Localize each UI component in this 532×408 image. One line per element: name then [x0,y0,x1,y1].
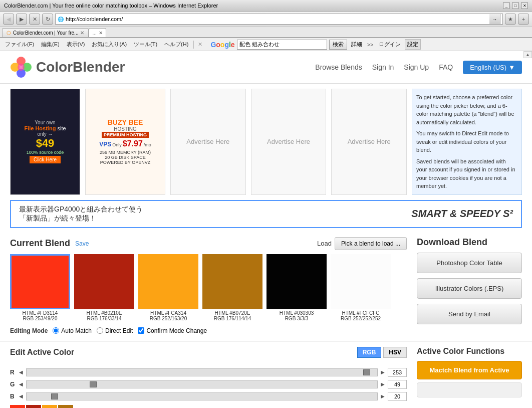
tab-2[interactable]: ... ✕ [89,28,106,37]
tab-icon: ⬡ [7,30,11,36]
slider-b-thumb[interactable] [51,393,58,399]
slider-b-track[interactable] [26,392,378,400]
google-login-link[interactable]: ログイン [377,41,403,48]
lang-chevron-icon: ▼ [508,64,515,71]
slider-b-right[interactable]: ▶ [381,393,385,399]
slider-g-value[interactable]: 49 [388,380,407,389]
bee-name: BUZY BEE [108,118,143,126]
color-swatch-3[interactable] [202,254,262,309]
slider-r-track[interactable] [26,368,378,376]
window-controls[interactable]: _ □ ✕ [503,2,528,9]
color-swatch-5[interactable] [331,254,391,309]
minimize-button[interactable]: _ [503,2,510,9]
color-swatch-4[interactable] [267,254,327,309]
fh-line2: File Hosting site [24,125,66,131]
slider-r-left[interactable]: ◀ [19,369,23,375]
hsv-tab[interactable]: HSV [383,347,407,358]
tab-2-label: ... [92,30,96,36]
language-button[interactable]: English (US) ▼ [463,61,522,74]
google-search-button[interactable]: 検索 [329,40,347,50]
nav-browse[interactable]: Browse Blends [315,63,362,71]
back-button[interactable]: ◀ [3,14,14,25]
nav-signup[interactable]: Sign Up [404,63,429,71]
google-settings-button[interactable]: 設定 [405,39,421,50]
auto-match-radio-input[interactable] [53,327,59,334]
more-fn-placeholder [417,382,522,397]
address-bar[interactable]: 🌐 → [55,14,503,25]
mini-swatch-2[interactable] [42,405,57,409]
direct-edit-radio-input[interactable] [97,327,103,334]
slider-g-right[interactable]: ▶ [381,381,385,387]
menu-tools[interactable]: ツール(T) [131,40,160,49]
slider-r-value[interactable]: 253 [388,368,407,377]
add-tab-button[interactable]: + [518,14,529,25]
ad-placeholder-2[interactable]: Advertise Here [251,89,327,195]
nav-faq[interactable]: FAQ [439,63,453,71]
active-fn-title: Active Color Functions [417,347,522,356]
editing-mode: Editing Mode Auto Match Direct Edit Conf… [10,324,407,337]
confirm-mode-checkbox[interactable]: Confirm Mode Change [138,327,207,334]
logo-area: ColorBlender [10,56,125,78]
ad-placeholder-1[interactable]: Advertise Here [170,89,246,195]
mini-swatch-1[interactable] [26,405,41,409]
ad-placeholder-3[interactable]: Advertise Here [331,89,407,195]
color-swatch-2[interactable] [138,254,198,309]
blend-left: Current Blend Save Load Pick a blend to … [10,237,407,337]
slider-b-value[interactable]: 20 [388,392,407,401]
auto-match-radio[interactable]: Auto Match [53,327,92,334]
close-button[interactable]: ✕ [521,2,528,9]
ad-file-hosting[interactable]: Your own File Hosting site only → $49 10… [10,89,80,195]
slider-b-left[interactable]: ◀ [19,393,23,399]
tab-1[interactable]: ⬡ ColorBlender.com | Your fre... ✕ [2,28,89,37]
bee-premium: PREMIUM HOSTING [102,132,149,138]
nav-signin[interactable]: Sign In [372,63,394,71]
menu-help[interactable]: ヘルプ(H) [161,40,191,49]
fh-line3: only → [37,131,53,137]
photoshop-download-button[interactable]: Photoshop Color Table [417,253,522,273]
direct-edit-radio[interactable]: Direct Edit [97,327,133,334]
save-link[interactable]: Save [75,240,89,247]
slider-r-label: R [10,369,16,376]
google-detail-link[interactable]: 詳細 [349,41,364,48]
illustrator-download-button[interactable]: Illustrator Colors (.EPS) [417,278,522,299]
color-info-0: HTML #FD3114RGB 253/49/20 [23,310,58,321]
load-button[interactable]: Pick a blend to load ... [335,237,407,250]
favorites-button[interactable]: ★ [505,14,516,25]
fh-line1: Your own [35,120,55,125]
forward-button[interactable]: ▶ [16,14,27,25]
refresh-button[interactable]: ↻ [42,14,53,25]
slider-r-right[interactable]: ▶ [381,369,385,375]
mini-swatch-3[interactable] [58,405,73,409]
slider-r-thumb[interactable] [363,369,370,375]
menu-view[interactable]: 表示(V) [64,40,88,49]
stop-button[interactable]: ✕ [29,14,40,25]
maximize-button[interactable]: □ [512,2,519,9]
email-download-button[interactable]: Send by Email [417,304,522,324]
tab-x-icon[interactable]: ✕ [196,41,204,48]
load-label: Load [317,240,332,247]
slider-g-left[interactable]: ◀ [19,381,23,387]
blend-title: Current Blend [10,238,70,249]
slider-g-track[interactable] [26,380,378,388]
fh-click-button[interactable]: Click Here [30,156,61,163]
tab-close-button[interactable]: ✕ [80,30,84,36]
color-swatch-1[interactable] [74,254,134,309]
rgb-tab[interactable]: RGB [357,347,382,358]
mini-swatch-0[interactable] [10,405,25,409]
menu-edit[interactable]: 編集(E) [38,40,63,49]
go-button[interactable]: → [489,14,500,25]
ad-buzy-bee[interactable]: BUZY BEE HOSTING PREMIUM HOSTING VPS Onl… [85,89,165,195]
color-swatch-0[interactable] [10,254,70,309]
slider-g-label: G [10,381,16,388]
address-input[interactable] [66,16,489,22]
color-info-5: HTML #FCFCFCRGB 252/252/252 [341,310,381,321]
menu-file[interactable]: ファイル(F) [2,40,37,49]
slider-g-thumb[interactable] [90,381,97,387]
menu-favorites[interactable]: お気に入り(A) [89,40,130,49]
tab-2-close[interactable]: ✕ [99,30,103,36]
google-more-link[interactable]: >> [366,42,375,48]
google-search-input[interactable] [237,40,327,50]
match-blend-button[interactable]: Mactch Blend from Active [417,361,522,379]
confirm-checkbox-input[interactable] [138,327,144,334]
banner-ad[interactable]: ▲ 最新表示器GP4000と組み合わせて使う 「新製品」が続々登場！ SMART… [10,200,522,228]
